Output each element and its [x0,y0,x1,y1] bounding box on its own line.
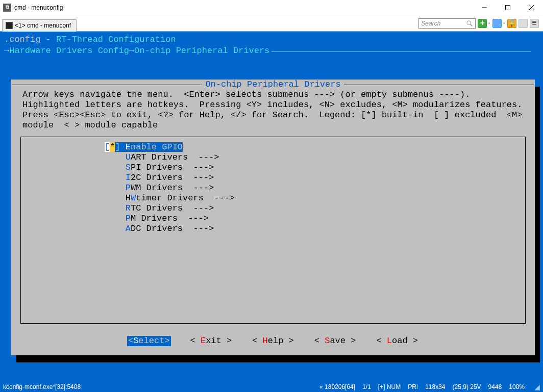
menu-item[interactable]: I2C Drivers ---> [105,173,525,183]
status-item: 118x34 [425,383,445,390]
status-process: kconfig-mconf.exe*[32]:5408 [3,383,81,390]
breadcrumb-item: On-chip Peripheral Drivers [134,46,269,56]
new-tab-button[interactable]: + [478,19,487,28]
window-titlebar: ⧉ cmd - menuconfig [0,0,543,15]
config-header-title: RT-Thread Configuration [56,35,176,44]
tui-button[interactable]: < Help > [251,336,295,346]
status-bar: kconfig-mconf.exe*[32]:5408 « 180206[64]… [0,382,543,392]
menu-item[interactable]: ADC Drivers ---> [105,224,525,234]
help-text: Arrow keys navigate the menu. <Enter> se… [11,87,535,130]
config-header: .config - RT-Thread Configuration [0,34,543,46]
search-input[interactable]: Search [418,18,476,29]
menu-item[interactable]: PM Drivers ---> [105,214,525,224]
tab-label: <1> cmd - menuconf [15,22,71,29]
breadcrumb-item: Hardware Drivers Config [9,46,129,56]
toolbar-button-a[interactable] [519,19,528,28]
buttons-row: <Select>< Exit >< Help >< Save >< Load > [11,336,535,346]
config-panel: On-chip Peripheral Drivers Arrow keys na… [11,80,535,355]
svg-line-5 [471,24,473,26]
status-item: 9448 [488,383,502,390]
svg-point-4 [467,20,471,24]
menu-box: [*] Enable GPIO UART Drivers ---> SPI Dr… [20,137,526,324]
terminal-area[interactable]: .config - RT-Thread Configuration → Hard… [0,32,543,382]
minimize-button[interactable] [473,0,496,15]
terminal-icon [6,22,13,29]
breadcrumb: → Hardware Drivers Config → On-chip Peri… [0,46,543,56]
dropdown-icon[interactable]: ▾ [503,21,505,25]
config-header-prefix: .config - [4,35,56,44]
panel-title: On-chip Peripheral Drivers [203,80,342,90]
dropdown-icon[interactable]: ▾ [488,21,490,25]
menu-item[interactable]: PWM Drivers ---> [105,183,525,193]
maximize-button[interactable] [496,0,520,15]
close-button[interactable] [520,0,543,15]
window-controls [473,0,543,15]
status-item: 1/1 [362,383,371,390]
menu-item[interactable]: [*] Enable GPIO [105,142,525,152]
status-item: (25,9) 25V [453,383,481,390]
menu-button[interactable]: ≡ [530,19,539,28]
resize-grip[interactable]: ◢ [532,383,540,391]
menu-item[interactable]: UART Drivers ---> [105,152,525,163]
tui-button[interactable]: < Save > [313,336,357,346]
lock-icon[interactable]: 🔒 [507,19,516,28]
svg-rect-1 [506,5,510,10]
toolbar: Search +▾ ▾ 🔒 ≡ [418,18,541,29]
menu-item[interactable]: RTC Drivers ---> [105,203,525,214]
tui-button[interactable]: < Load > [375,336,419,346]
panel-title-row: On-chip Peripheral Drivers [11,80,535,90]
menu-item[interactable]: HWtimer Drivers ---> [105,193,525,203]
tab-bar: <1> cmd - menuconf Search +▾ ▾ 🔒 ≡ [0,15,543,32]
split-view-button[interactable] [492,19,502,28]
status-item: « 180206[64] [319,383,355,390]
window-title: cmd - menuconfig [14,4,63,11]
menu-list: [*] Enable GPIO UART Drivers ---> SPI Dr… [21,137,525,234]
search-placeholder: Search [421,20,440,27]
search-icon [466,20,473,27]
panel-shadow [16,355,540,362]
status-right: « 180206[64]1/1[+] NUMPRI118x34(25,9) 25… [319,383,540,391]
menu-item[interactable]: SPI Drivers ---> [105,163,525,173]
app-icon: ⧉ [3,4,11,12]
tab-cmd[interactable]: <1> cmd - menuconf [2,19,77,32]
tui-button[interactable]: < Exit > [189,336,233,346]
status-item: PRI [408,383,418,390]
status-item: [+] NUM [378,383,401,390]
tui-button[interactable]: <Select> [127,336,171,346]
status-item: 100% [509,383,525,390]
